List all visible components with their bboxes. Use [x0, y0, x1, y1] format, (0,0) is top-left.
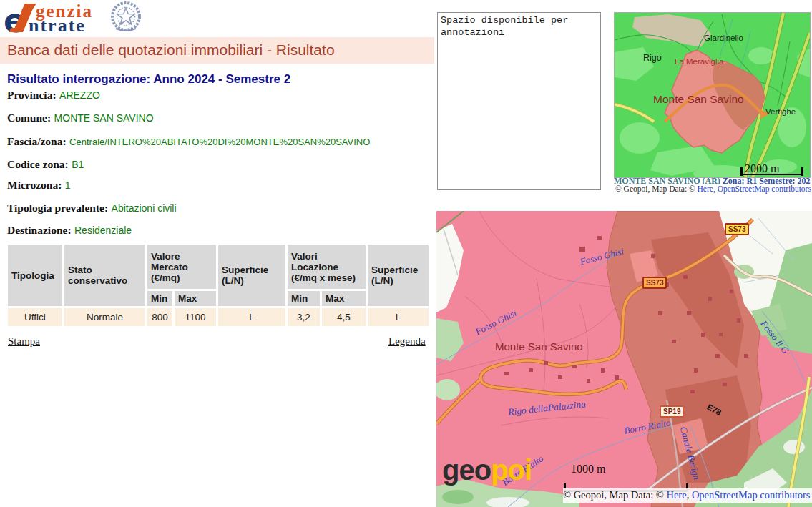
col-vl-min: Min: [288, 291, 320, 306]
map-label-la-meraviglia: La Meraviglia: [675, 57, 723, 66]
map-label-giardinello: Giardinello: [704, 34, 743, 42]
geopoi-logo-geo: geo: [442, 454, 491, 486]
result-title-value: Anno 2024 - Semestre 2: [153, 72, 290, 86]
credits-text: © Geopoi, Map Data: ©: [563, 489, 666, 501]
field-value: Residenziale: [74, 225, 132, 236]
field-microzona: Microzona: 1: [7, 179, 71, 192]
result-title: Risultato interrogazione: Anno 2024 - Se…: [7, 72, 290, 87]
zone-map-credits: © Geopoi, Map Data: © Here, OpenStreetMa…: [615, 184, 811, 194]
cell-vl-min: 3,2: [288, 308, 320, 326]
col-stato-conservativo: Stato conservativo: [64, 245, 145, 306]
field-destinazione: Destinazione: Residenziale: [7, 224, 132, 237]
cell-vm-min: 800: [147, 308, 172, 326]
page-title-bar: Banca dati delle quotazioni immobiliari …: [0, 37, 434, 64]
cell-superficie-1: L: [218, 308, 285, 326]
col-valori-locazione: Valori Locazione (€/mq x mese): [288, 245, 366, 289]
cell-vm-max: 1100: [175, 308, 216, 326]
italy-emblem-icon: [109, 0, 143, 34]
field-label: Destinazione:: [7, 224, 72, 236]
field-codice-zona: Codice zona: B1: [7, 158, 84, 171]
detail-map-credits: © Geopoi, Map Data: © Here, OpenStreetMa…: [563, 488, 812, 503]
zone-overview-map[interactable]: Giardinello Rigo La Meraviglia Monte San…: [614, 12, 811, 178]
map-label-monte-san-savino: Monte San Savino: [653, 93, 744, 106]
field-value: AREZZO: [59, 89, 100, 101]
annotations-textarea[interactable]: Spazio disponibile per annotazioni: [437, 12, 601, 190]
credits-here-link[interactable]: Here: [666, 489, 686, 501]
caption-zone-info: Zona: R1 Semestre: 20242: [720, 176, 811, 184]
field-comune: Comune: MONTE SAN SAVINO: [7, 112, 154, 124]
cell-superficie-2: L: [368, 308, 429, 326]
detail-map[interactable]: Fosso Ghisi Fosso Ghisi Monte San Savino…: [436, 211, 812, 507]
cell-stato: Normale: [64, 308, 145, 326]
col-tipologia: Tipologia: [8, 245, 62, 306]
cell-tipologia: Uffici: [8, 308, 62, 326]
page-title: Banca dati delle quotazioni immobiliari …: [0, 37, 434, 59]
caption-zone-name: MONTE SAN SAVINO (AR): [614, 176, 720, 184]
scale-bar: [740, 167, 803, 175]
col-superficie-2: Superficie (L/N): [368, 245, 429, 306]
table-row: Uffici Normale 800 1100 L 3,2 4,5 L: [8, 308, 429, 326]
legenda-link[interactable]: Legenda: [388, 335, 426, 347]
map-label-rigo: Rigo: [643, 53, 662, 63]
cell-vl-max: 4,5: [322, 308, 366, 326]
field-label: Codice zona:: [7, 158, 69, 170]
geopoi-logo-poi-text: poi: [491, 454, 532, 486]
map-label-monte-san-savino: Monte San Savino: [495, 340, 583, 353]
field-value: Abitazioni civili: [112, 202, 177, 214]
logo-text-entrate: ntrate: [29, 15, 86, 36]
geopoi-logo: geopoi: [442, 456, 532, 484]
zone-map-caption: MONTE SAN SAVINO (AR) Zona: R1 Semestre:…: [614, 176, 811, 184]
page: e genzia ntrate Banca dati delle quotazi…: [0, 0, 812, 507]
field-value: 1: [65, 179, 71, 191]
field-fascia-zona: Fascia/zona: Centrale/INTERO%20ABITATO%2…: [7, 135, 370, 148]
map-label-vertighe: Vertighe: [765, 107, 796, 116]
col-valore-mercato: Valore Mercato (€/mq): [147, 245, 216, 289]
col-superficie-1: Superficie (L/N): [218, 245, 285, 306]
result-title-label: Risultato interrogazione:: [7, 72, 150, 86]
col-vm-max: Max: [175, 291, 216, 306]
road-badge-ss73-left: SS73: [642, 277, 667, 289]
quotation-table: Tipologia Stato conservativo Valore Merc…: [6, 242, 431, 328]
field-label: Microzona:: [7, 179, 62, 191]
credits-text: © Geopoi, Map Data: ©: [615, 184, 698, 193]
road-badge-sp19: SP19: [660, 405, 684, 418]
field-value: B1: [72, 159, 84, 170]
credits-links[interactable]: Here, OpenStreetMap contributors: [698, 184, 811, 193]
field-label: Comune:: [7, 112, 51, 124]
field-label: Fascia/zona:: [7, 135, 67, 147]
field-value: Centrale/INTERO%20ABITATO%20DI%20MONTE%2…: [69, 137, 370, 147]
geopoi-logo-poi: poi: [491, 454, 532, 486]
field-value: MONTE SAN SAVINO: [54, 112, 154, 124]
agenzia-entrate-logo: e genzia ntrate: [3, 0, 146, 36]
stampa-link[interactable]: Stampa: [8, 335, 40, 347]
field-label: Provincia:: [7, 89, 57, 101]
credits-osm-link[interactable]: OpenStreetMap contributors: [692, 489, 811, 501]
road-badge-ss73-top: SS73: [725, 223, 749, 235]
scale-label-1000m: 1000 m: [571, 463, 605, 476]
col-vm-min: Min: [147, 291, 172, 306]
credits-separator: ,: [687, 489, 692, 501]
field-provincia: Provincia: AREZZO: [7, 89, 100, 102]
field-label: Tipologia prevalente:: [7, 202, 108, 214]
col-vl-max: Max: [322, 291, 366, 306]
field-tipologia-prevalente: Tipologia prevalente: Abitazioni civili: [7, 202, 177, 215]
